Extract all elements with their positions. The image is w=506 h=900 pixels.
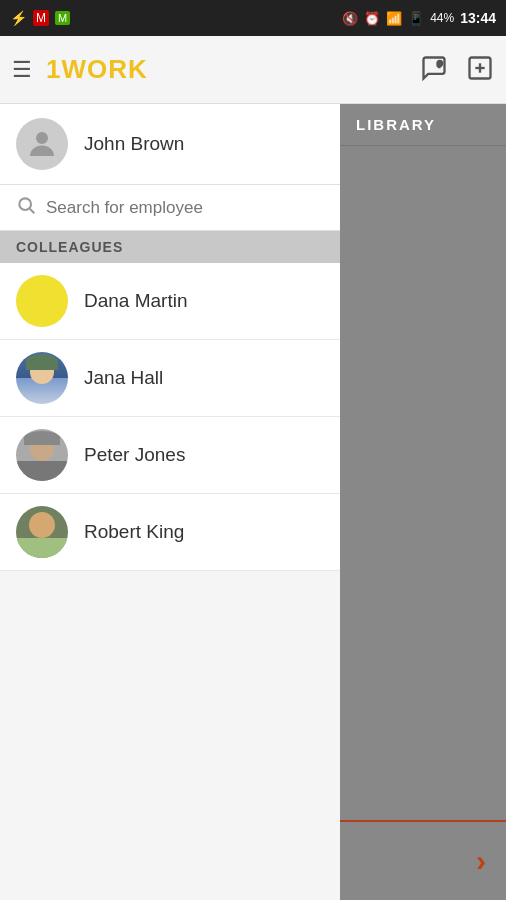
colleague-name: Robert King <box>84 521 184 543</box>
app-bar: ☰ 1WORK + <box>0 36 506 104</box>
person-icon <box>24 126 60 162</box>
svg-point-6 <box>19 198 31 210</box>
search-input[interactable] <box>46 198 324 218</box>
app-bar-left: ☰ 1WORK <box>12 54 148 85</box>
app-bar-right: + <box>420 54 494 86</box>
colleague-name: Dana Martin <box>84 290 188 312</box>
mute-icon: 🔇 <box>342 11 358 26</box>
library-header: LIBRARY <box>340 104 506 146</box>
app-title: 1WORK <box>46 54 148 85</box>
current-user-row[interactable]: John Brown <box>0 104 340 185</box>
status-bar-right: 🔇 ⏰ 📶 📱 44% 13:44 <box>342 10 496 26</box>
current-user-name: John Brown <box>84 133 184 155</box>
colleague-name: Jana Hall <box>84 367 163 389</box>
status-bar: ⚡ M M 🔇 ⏰ 📶 📱 44% 13:44 <box>0 0 506 36</box>
jana-avatar <box>16 352 68 404</box>
svg-text:+: + <box>438 61 442 67</box>
colleague-item[interactable]: Robert King <box>0 494 340 571</box>
colleague-item[interactable]: Jana Hall <box>0 340 340 417</box>
gmail-icon: M <box>33 10 49 26</box>
current-user-avatar <box>16 118 68 170</box>
peter-avatar <box>16 429 68 481</box>
main-content: John Brown COLLEAGUES Dana Martin <box>0 104 506 900</box>
dana-avatar <box>16 275 68 327</box>
battery-percent: 44% <box>430 11 454 25</box>
status-bar-left: ⚡ M M <box>10 10 70 26</box>
colleagues-header: COLLEAGUES <box>0 231 340 263</box>
clock: 13:44 <box>460 10 496 26</box>
library-body <box>340 146 506 820</box>
title-1: 1 <box>46 54 61 84</box>
usb-icon: ⚡ <box>10 10 27 26</box>
right-panel: LIBRARY › <box>340 104 506 900</box>
hamburger-icon[interactable]: ☰ <box>12 57 32 83</box>
wifi-icon: 📶 <box>386 11 402 26</box>
mms-icon: M <box>55 11 70 25</box>
svg-point-5 <box>36 132 48 144</box>
left-panel: John Brown COLLEAGUES Dana Martin <box>0 104 340 900</box>
colleague-item[interactable]: Dana Martin <box>0 263 340 340</box>
alarm-icon: ⏰ <box>364 11 380 26</box>
colleague-item[interactable]: Peter Jones <box>0 417 340 494</box>
svg-line-7 <box>30 209 35 214</box>
robert-avatar <box>16 506 68 558</box>
colleague-name: Peter Jones <box>84 444 185 466</box>
signal-icon: 📱 <box>408 11 424 26</box>
search-bar <box>0 185 340 231</box>
library-bottom[interactable]: › <box>340 820 506 900</box>
colleague-list: Dana Martin Jana Hall Peter Jones <box>0 263 340 571</box>
message-button[interactable]: + <box>420 54 448 86</box>
chevron-right-icon[interactable]: › <box>476 844 486 878</box>
search-icon <box>16 195 36 220</box>
add-button[interactable] <box>466 54 494 86</box>
title-work: WORK <box>61 54 147 84</box>
